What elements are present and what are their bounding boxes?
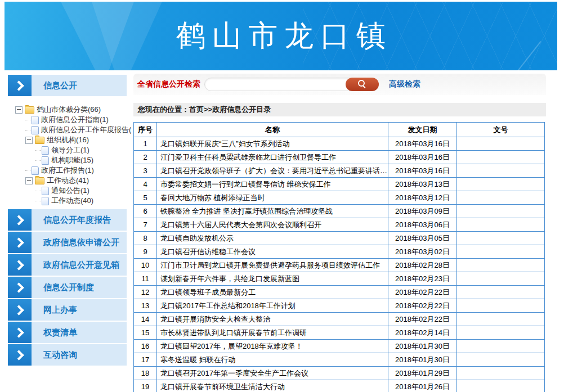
table-row: 1龙口镇妇联开展庆“三八”妇女节系列活动2018年03月16日 [134, 137, 545, 151]
tree-folder-item[interactable]: 组织机构(16) [25, 135, 131, 145]
document-title-cell[interactable]: 龙口镇回望2017年，展望2018年克难攻坚！ [157, 340, 388, 353]
publish-date-cell: 2018年03月09日 [388, 205, 457, 218]
table-row: 15市长林贤进带队到龙口镇开展春节前工作调研2018年02月14日 [134, 326, 545, 340]
table-row: 14龙口镇开展消防安全大检查大整治2018年02月22日 [134, 313, 545, 326]
document-icon [42, 197, 49, 205]
document-number-cell [457, 151, 545, 164]
document-number-cell [457, 245, 545, 259]
tree-folder-item[interactable]: 工作动态(41) [25, 175, 131, 186]
publish-date-cell: 2018年03月16日 [388, 151, 457, 164]
document-title-cell[interactable]: 市长林贤进带队到龙口镇开展春节前工作调研 [157, 326, 388, 340]
column-header: 文号 [457, 123, 545, 137]
document-title-cell[interactable]: 龙口镇2017年工作总结和2018年工作计划 [157, 299, 388, 313]
document-title-cell[interactable]: 龙口镇召开信访维稳工作会议 [157, 245, 388, 259]
document-title-cell[interactable]: 龙口镇妇联开展庆“三八”妇女节系列活动 [157, 137, 388, 151]
table-row: 7龙口镇第十六届人民代表大会第四次会议顺利召开2018年03月06日 [134, 218, 545, 232]
document-title-cell[interactable]: 龙口镇领导班子成员最新分工 [157, 286, 388, 299]
table-row: 4市委常委招文娟一行到龙口镇督导信访 维稳安保工作2018年03月13日 [134, 178, 545, 191]
document-title-cell[interactable]: 铁腕整治 全力推进 坚决打赢圩镇范围综合治理攻坚战 [157, 205, 388, 218]
chevron-right-icon [8, 299, 32, 321]
tree-item-label: 通知公告(1) [51, 186, 89, 196]
document-title-cell[interactable]: 龙口镇开展春节前环境卫生清洁大行动 [157, 380, 388, 392]
tree-doc-item[interactable]: 政府信息公开指南(1) [25, 115, 131, 125]
publish-date-cell: 2018年02月22日 [388, 299, 457, 313]
tree-item-label: 工作动态(41) [47, 175, 89, 186]
row-number-cell: 12 [134, 286, 157, 299]
row-number-cell: 6 [134, 205, 157, 218]
advanced-search-link[interactable]: 高级检索 [389, 79, 420, 89]
document-title-cell[interactable]: 龙口镇自助发放机公示 [157, 232, 388, 245]
document-title-cell[interactable]: 龙口镇召开党政领导班子（扩大）会议：要用习近平总书记重要讲话精神指... [157, 164, 388, 178]
table-row: 16龙口镇回望2017年，展望2018年克难攻坚！2018年01月30日 [134, 340, 545, 353]
publish-date-cell: 2018年02月22日 [388, 286, 457, 299]
tree-doc-item[interactable]: 政府工作报告(1) [25, 165, 131, 175]
tree-connector [35, 150, 41, 151]
sidebar-item-label: 政府信息依申请公开 [32, 232, 127, 253]
table-row: 13龙口镇2017年工作总结和2018年工作计划2018年02月22日 [134, 299, 545, 313]
document-title-cell[interactable]: 龙口镇召开2017年第一季度安全生产工作会议 [157, 367, 388, 380]
document-number-cell [457, 232, 545, 245]
publish-date-cell: 2018年03月13日 [388, 178, 457, 191]
sidebar-item-label: 信息公开年度报告 [32, 209, 127, 231]
chevron-right-icon [8, 232, 32, 253]
table-row: 8龙口镇自助发放机公示2018年03月05日 [134, 232, 545, 245]
sidebar-item-info-disclosure[interactable]: 信息公开 [8, 75, 127, 96]
document-icon [32, 166, 39, 175]
tree-doc-item[interactable]: 工作动态(40) [35, 196, 131, 206]
tree-item-label: 领导分工(1) [51, 145, 89, 155]
tree-connector [25, 130, 30, 130]
tree-doc-item[interactable]: 机构职能(15) [35, 155, 131, 165]
sidebar-nav-button[interactable]: 政府信息依申请公开 [8, 232, 127, 253]
document-icon [42, 156, 49, 165]
sidebar-nav-button[interactable]: 信息公开年度报告 [8, 209, 127, 231]
document-number-cell [457, 299, 545, 313]
document-number-cell [457, 353, 545, 367]
publish-date-cell: 2018年03月06日 [388, 218, 457, 232]
chevron-right-icon [8, 209, 32, 231]
publish-date-cell: 2018年02月22日 [388, 313, 457, 326]
search-label: 全省信息公开检索 [137, 79, 200, 89]
sidebar-nav-button[interactable]: 网上办事 [8, 299, 127, 321]
site-banner: 鹤山市龙口镇 [5, 2, 557, 70]
sidebar-item-label: 信息公开制度 [32, 277, 127, 298]
sidebar-item-label: 政府信息公开意见箱 [32, 254, 127, 276]
tree-doc-item[interactable]: 政府信息公开工作年度报告( [25, 125, 131, 135]
publish-date-cell: 2018年01月30日 [388, 340, 457, 353]
table-row: 11谋划新春开年六件事，共绘龙口发展新蓝图2018年02月23日 [134, 272, 545, 286]
publish-date-cell: 2018年02月14日 [388, 326, 457, 340]
document-number-cell [457, 137, 545, 151]
document-title-cell[interactable]: 谋划新春开年六件事，共绘龙口发展新蓝图 [157, 272, 388, 286]
document-number-cell [457, 191, 545, 205]
row-number-cell: 19 [134, 380, 157, 392]
document-title-cell[interactable]: 江门爱卫科主任科员梁武雄亲临龙口进行创卫督导工作 [157, 151, 388, 164]
collapse-icon[interactable] [15, 106, 23, 114]
document-title-cell[interactable]: 龙口镇第十六届人民代表大会第四次会议顺利召开 [157, 218, 388, 232]
table-row: 17寒冬送温暖 妇联在行动2018年01月30日 [134, 353, 545, 367]
sidebar-nav-button[interactable]: 政府信息公开意见箱 [8, 254, 127, 276]
collapse-icon[interactable] [25, 137, 33, 144]
collapse-icon[interactable] [25, 177, 33, 184]
document-number-cell [457, 286, 545, 299]
publish-date-cell: 2018年03月16日 [388, 164, 457, 178]
sidebar-nav-button[interactable]: 信息公开制度 [8, 277, 127, 298]
document-number-cell [457, 205, 545, 218]
document-title-cell[interactable]: 春回大地万物苏 植树添绿正当时 [157, 191, 388, 205]
tree-doc-item[interactable]: 通知公告(1) [35, 186, 131, 196]
sidebar-nav-button[interactable]: 互动咨询 [8, 344, 127, 366]
tree-folder-item[interactable]: 鹤山市体裁分类(66) [15, 105, 131, 115]
document-title-cell[interactable]: 龙口镇开展消防安全大检查大整治 [157, 313, 388, 326]
tree-item-label: 政府信息公开工作年度报告( [41, 125, 131, 135]
sidebar-item-label: 网上办事 [32, 299, 127, 321]
search-button[interactable] [346, 78, 379, 91]
site-title: 鹤山市龙口镇 [5, 2, 557, 70]
tree-doc-item[interactable]: 领导分工(1) [35, 145, 131, 155]
document-title-cell[interactable]: 寒冬送温暖 妇联在行动 [157, 353, 388, 367]
document-icon [32, 116, 39, 124]
publish-date-cell: 2018年01月30日 [388, 353, 457, 367]
sidebar-item-label: 信息公开 [32, 75, 127, 96]
sidebar-item-label: 权责清单 [32, 322, 127, 343]
document-title-cell[interactable]: 江门市卫计局到龙口镇开展免费提供避孕药具服务项目绩效评估工作 [157, 259, 388, 272]
document-title-cell[interactable]: 市委常委招文娟一行到龙口镇督导信访 维稳安保工作 [157, 178, 388, 191]
row-number-cell: 5 [134, 191, 157, 205]
sidebar-nav-button[interactable]: 权责清单 [8, 322, 127, 343]
